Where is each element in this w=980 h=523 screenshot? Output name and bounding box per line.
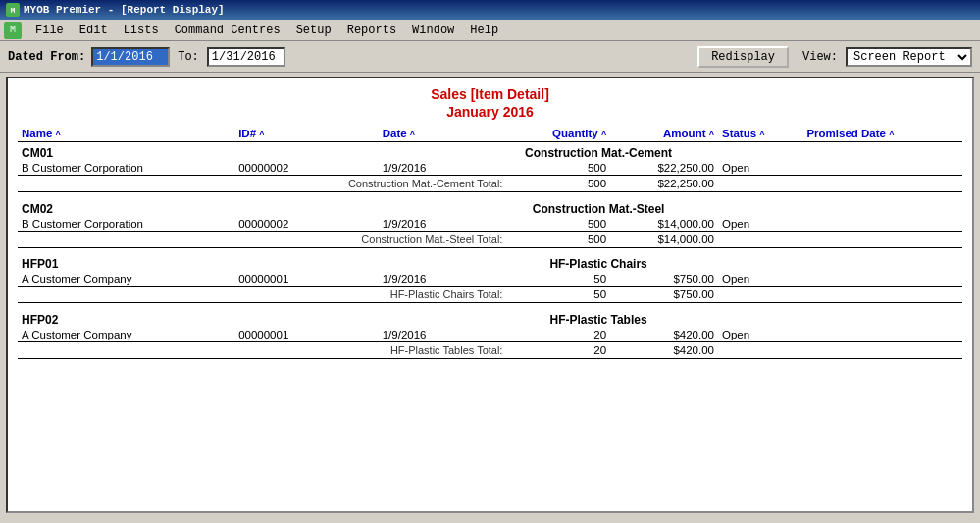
report-title: Sales [Item Detail] xyxy=(18,86,962,102)
to-input[interactable] xyxy=(207,47,285,67)
menu-bar: M File Edit Lists Command Centres Setup … xyxy=(0,20,980,41)
title-bar: M MYOB Premier - [Report Display] xyxy=(0,0,980,20)
menu-setup[interactable]: Setup xyxy=(288,22,339,39)
row-status: Open xyxy=(718,328,802,342)
group-code: CM02 xyxy=(18,198,234,217)
group-total-amount: $22,250.00 xyxy=(610,176,718,192)
row-date: 1/9/2016 xyxy=(379,161,507,176)
group-title: Construction Mat.-Steel xyxy=(234,198,962,217)
col-header-amount[interactable]: Amount ^ xyxy=(610,126,718,142)
to-label: To: xyxy=(178,50,199,64)
row-promised-date xyxy=(802,328,962,342)
row-status: Open xyxy=(718,272,802,287)
col-qty-sort: ^ xyxy=(601,130,606,139)
view-label: View: xyxy=(802,50,838,64)
menu-help[interactable]: Help xyxy=(462,22,506,39)
group-total-label: HF-Plastic Tables Total: xyxy=(234,341,506,358)
row-date: 1/9/2016 xyxy=(379,217,507,232)
row-quantity: 50 xyxy=(506,272,610,287)
group-total-row: HF-Plastic Chairs Total:50$750.00 xyxy=(18,287,962,303)
menu-command-centres[interactable]: Command Centres xyxy=(167,22,288,39)
col-header-promised-date[interactable]: Promised Date ^ xyxy=(802,126,962,142)
group-total-row: Construction Mat.-Cement Total:500$22,25… xyxy=(18,176,962,192)
group-total-quantity: 20 xyxy=(506,341,610,358)
report-area: Sales [Item Detail] January 2016 Name ^ … xyxy=(6,77,974,513)
row-amount: $420.00 xyxy=(610,328,718,342)
report-table: Name ^ ID# ^ Date ^ Quantity ^ Amount xyxy=(18,126,962,359)
col-header-quantity[interactable]: Quantity ^ xyxy=(506,126,610,142)
group-code: HFP02 xyxy=(18,309,234,328)
col-date-label: Date xyxy=(383,128,407,139)
col-status-sort: ^ xyxy=(759,130,764,139)
table-row: A Customer Company000000011/9/201620$420… xyxy=(18,328,962,342)
col-id-label: ID# xyxy=(238,128,256,139)
row-quantity: 20 xyxy=(506,328,610,342)
group-header-row: CM01Construction Mat.-Cement xyxy=(18,142,962,162)
table-row: B Customer Corporation000000021/9/201650… xyxy=(18,161,962,176)
group-code: CM01 xyxy=(18,142,234,162)
col-name-sort: ^ xyxy=(56,130,61,139)
row-quantity: 500 xyxy=(506,217,610,232)
group-title: HF-Plastic Tables xyxy=(234,309,962,328)
redisplay-button[interactable]: Redisplay xyxy=(697,46,789,68)
menu-edit[interactable]: Edit xyxy=(72,22,116,39)
app-menu-icon: M xyxy=(4,22,22,39)
row-amount: $750.00 xyxy=(610,272,718,287)
group-header-row: HFP01HF-Plastic Chairs xyxy=(18,253,962,272)
row-promised-date xyxy=(802,161,962,176)
row-status: Open xyxy=(718,217,802,232)
col-id-sort: ^ xyxy=(259,130,264,139)
menu-reports[interactable]: Reports xyxy=(339,22,404,39)
row-status: Open xyxy=(718,161,802,176)
col-header-name[interactable]: Name ^ xyxy=(18,126,234,142)
row-quantity: 500 xyxy=(506,161,610,176)
row-promised-date xyxy=(802,272,962,287)
menu-window[interactable]: Window xyxy=(404,22,462,39)
row-name: B Customer Corporation xyxy=(18,217,234,232)
window-title: MYOB Premier - [Report Display] xyxy=(24,4,225,16)
menu-lists[interactable]: Lists xyxy=(116,22,167,39)
row-promised-date xyxy=(802,217,962,232)
dated-from-input[interactable] xyxy=(91,47,170,67)
dated-from-label: Dated From: xyxy=(8,50,85,64)
col-amount-sort: ^ xyxy=(709,130,714,139)
col-header-date[interactable]: Date ^ xyxy=(379,126,507,142)
group-total-row: Construction Mat.-Steel Total:500$14,000… xyxy=(18,231,962,247)
row-date: 1/9/2016 xyxy=(379,272,507,287)
report-subtitle: January 2016 xyxy=(18,104,962,120)
row-name: A Customer Company xyxy=(18,272,234,287)
col-header-status[interactable]: Status ^ xyxy=(718,126,802,142)
app-icon: M xyxy=(6,3,20,17)
group-total-quantity: 500 xyxy=(506,176,610,192)
group-title: HF-Plastic Chairs xyxy=(234,253,962,272)
col-status-label: Status xyxy=(722,128,756,139)
table-row: A Customer Company000000011/9/201650$750… xyxy=(18,272,962,287)
group-total-quantity: 500 xyxy=(506,231,610,247)
row-id: 00000002 xyxy=(234,217,379,232)
col-date-sort: ^ xyxy=(410,130,415,139)
group-total-row: HF-Plastic Tables Total:20$420.00 xyxy=(18,341,962,358)
row-amount: $14,000.00 xyxy=(610,217,718,232)
group-header-row: CM02Construction Mat.-Steel xyxy=(18,198,962,217)
group-total-label: Construction Mat.-Cement Total: xyxy=(234,176,506,192)
col-promised-date-label: Promised Date xyxy=(806,128,886,139)
group-header-row: HFP02HF-Plastic Tables xyxy=(18,309,962,328)
table-row: B Customer Corporation000000021/9/201650… xyxy=(18,217,962,232)
toolbar: Dated From: To: Redisplay View: Screen R… xyxy=(0,41,980,73)
col-name-label: Name xyxy=(22,128,52,139)
row-id: 00000001 xyxy=(234,272,379,287)
group-total-quantity: 50 xyxy=(506,287,610,303)
group-total-label: HF-Plastic Chairs Total: xyxy=(234,287,506,303)
row-name: A Customer Company xyxy=(18,328,234,342)
group-total-amount: $750.00 xyxy=(610,287,718,303)
col-header-id[interactable]: ID# ^ xyxy=(234,126,379,142)
view-select[interactable]: Screen Report Printer Report Excel Repor… xyxy=(846,47,972,67)
group-code: HFP01 xyxy=(18,253,234,272)
group-total-amount: $420.00 xyxy=(610,341,718,358)
col-amount-label: Amount xyxy=(663,128,705,139)
row-amount: $22,250.00 xyxy=(610,161,718,176)
col-qty-label: Quantity xyxy=(552,128,598,139)
menu-file[interactable]: File xyxy=(27,22,72,39)
group-total-label: Construction Mat.-Steel Total: xyxy=(234,231,506,247)
group-title: Construction Mat.-Cement xyxy=(234,142,962,162)
